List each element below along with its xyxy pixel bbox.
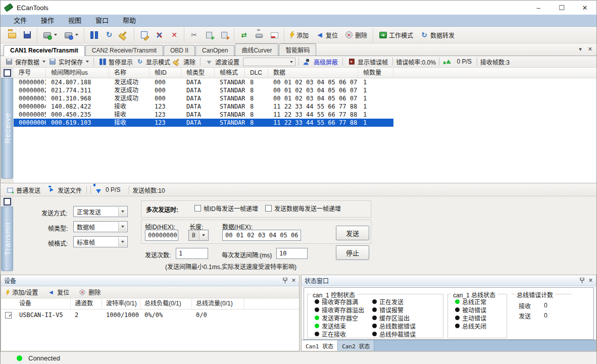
table-row[interactable]: 00000001 024.807.188 发送成功 000 DATA STAND… bbox=[14, 78, 393, 86]
table-row[interactable]: 00000002 021.774.311 发送成功 000 DATA STAND… bbox=[14, 86, 393, 94]
save-data-button[interactable]: 保存数据 bbox=[4, 57, 47, 67]
col-interval[interactable]: 帧间隔时间us bbox=[46, 68, 109, 78]
refresh-button[interactable]: ↻ bbox=[104, 30, 115, 40]
close-icon[interactable]: ✕ bbox=[588, 277, 593, 284]
inc-data-option[interactable]: 发送数据每发送一帧递增 bbox=[265, 204, 341, 213]
frame-type-select[interactable]: 数据帧 bbox=[73, 221, 128, 232]
col-seq[interactable]: 序号 bbox=[14, 68, 46, 78]
col-id[interactable]: 帧ID bbox=[150, 68, 181, 78]
col-data[interactable]: 数据 bbox=[268, 68, 358, 78]
interval-input[interactable]: 10 bbox=[276, 248, 308, 259]
exchange-button[interactable]: ⇄ bbox=[238, 30, 250, 40]
pause-button[interactable] bbox=[88, 30, 100, 40]
pin-icon[interactable] bbox=[283, 278, 287, 283]
menu-help[interactable]: 帮助 bbox=[116, 15, 143, 26]
filter-combo[interactable] bbox=[243, 58, 295, 66]
select-all-checkbox[interactable] bbox=[4, 69, 11, 77]
delete-device-button[interactable]: ✕ 删除 bbox=[343, 30, 369, 40]
clear-button[interactable] bbox=[119, 30, 130, 40]
transmit-checkbox[interactable] bbox=[4, 198, 11, 205]
show-error-frames-button[interactable]: ▸显示错误帧 bbox=[346, 57, 389, 67]
menu-view[interactable]: 视图 bbox=[61, 15, 88, 26]
length-select[interactable]: 8 bbox=[188, 230, 209, 241]
device-reset-button[interactable]: ◀ 复位 bbox=[45, 287, 71, 297]
col-channels[interactable]: 通道数 bbox=[71, 298, 102, 309]
save-file-button[interactable] bbox=[22, 30, 33, 40]
paste-frame-button[interactable] bbox=[219, 30, 230, 40]
send-mode-select[interactable]: 正常发送 bbox=[73, 206, 128, 217]
col-count[interactable]: 帧数量 bbox=[358, 68, 393, 78]
maximize-button[interactable]: ☐ bbox=[550, 1, 573, 15]
send-file-button[interactable]: 发送文件 bbox=[46, 185, 83, 195]
frame-format-select[interactable]: 标准帧 bbox=[73, 236, 128, 247]
checkbox-icon[interactable] bbox=[194, 205, 201, 212]
add-device-button[interactable]: 添加 bbox=[288, 30, 310, 40]
card-button[interactable] bbox=[269, 30, 280, 40]
cut-button[interactable]: ✂ bbox=[188, 30, 200, 40]
stop-button[interactable]: 停止 bbox=[336, 245, 369, 260]
folder-open-icon bbox=[8, 33, 16, 38]
open-file-button[interactable] bbox=[7, 30, 18, 40]
menu-operate[interactable]: 操作 bbox=[34, 15, 61, 26]
realtime-save-button[interactable]: 实时保存 bbox=[47, 57, 90, 67]
col-name[interactable]: 名称 bbox=[109, 68, 150, 78]
transmit-side-tab[interactable]: Transmit bbox=[1, 206, 13, 271]
col-format[interactable]: 帧格式 bbox=[215, 68, 245, 78]
minimize-button[interactable]: – bbox=[527, 1, 550, 15]
work-mode-button[interactable]: ➔ 工作模式 bbox=[377, 30, 415, 40]
status-led-item: 接收寄存器溢出 bbox=[315, 305, 364, 314]
usb-button[interactable] bbox=[254, 30, 265, 40]
pause-display-button[interactable]: 暂停显示 bbox=[97, 57, 134, 67]
device-delete-button[interactable]: ✕ 删除 bbox=[77, 287, 102, 297]
main-tab[interactable]: CAN2 Receive/Transmit bbox=[85, 45, 163, 56]
can-status-tab[interactable]: Can2 状态 bbox=[338, 340, 374, 351]
device-checkbox[interactable]: ✓ bbox=[5, 312, 12, 319]
frame-id-input[interactable]: 00000000 bbox=[145, 230, 178, 241]
advanced-mask-button[interactable]: 高级屏蔽 bbox=[302, 57, 339, 67]
device-add-button[interactable]: 添加/设置 bbox=[4, 287, 39, 297]
send-count-input[interactable]: 1 bbox=[176, 248, 208, 259]
table-row[interactable]: 00000004 140.082.422 接收 123 DATA STANDAR… bbox=[14, 102, 393, 111]
data-input[interactable]: 00 01 02 03 04 05 06 07 bbox=[222, 230, 301, 241]
col-flow[interactable]: 总线流量(0/1) bbox=[192, 298, 244, 309]
inc-frame-id-option[interactable]: 帧ID每发送一帧递增 bbox=[194, 204, 258, 213]
disconnect-device-button[interactable] bbox=[63, 30, 80, 40]
send-button[interactable]: 发送 bbox=[336, 226, 369, 240]
close-icon[interactable]: ✕ bbox=[291, 277, 296, 284]
col-baud[interactable]: 波特率(0/1) bbox=[102, 298, 140, 309]
main-tab[interactable]: 智能解码 bbox=[279, 43, 316, 56]
delete-frame-button[interactable]: ✕ bbox=[169, 30, 180, 40]
normal-send-button[interactable]: 普通发送 bbox=[5, 185, 42, 195]
clear-list-button[interactable]: 清除 bbox=[172, 57, 197, 67]
menu-file[interactable]: 文件 bbox=[7, 15, 34, 26]
can-status-tab[interactable]: Can1 状态 bbox=[302, 340, 338, 351]
col-device[interactable]: 设备 bbox=[15, 298, 71, 309]
main-tab[interactable]: OBD II bbox=[164, 45, 195, 56]
col-load[interactable]: 总线负载(0/1) bbox=[140, 298, 192, 309]
filter-settings-button[interactable]: 滤波设置 bbox=[204, 57, 241, 67]
tab-close-icon[interactable]: ✕ bbox=[588, 46, 592, 53]
data-forward-button[interactable]: ↻ 数据转发 bbox=[419, 30, 456, 40]
device-row[interactable]: ✓ USBCAN-II-V5 2 1000/1000 0%/0% 0/0 bbox=[1, 309, 299, 321]
col-type[interactable]: 帧类型 bbox=[181, 68, 215, 78]
tools-button[interactable] bbox=[154, 30, 165, 40]
edit-frame-button[interactable] bbox=[138, 30, 150, 40]
main-tab[interactable]: 曲线Curver bbox=[235, 43, 278, 56]
send-note: (发送间隔最小0.1ms,实际发送速度受波特率影响) bbox=[165, 262, 296, 271]
main-tab[interactable]: CanOpen bbox=[195, 45, 234, 56]
reset-device-button[interactable]: ◀ 复位 bbox=[314, 30, 339, 40]
table-row[interactable]: 00000006 000.619.103 接收 123 DATA STANDAR… bbox=[14, 119, 393, 127]
receive-side-tab[interactable]: Receive bbox=[1, 78, 13, 179]
tab-overflow-icon[interactable]: ▾ bbox=[579, 46, 582, 53]
connect-device-button[interactable] bbox=[41, 30, 59, 40]
pin-icon[interactable] bbox=[580, 278, 584, 283]
close-button[interactable]: ✕ bbox=[573, 1, 596, 15]
table-row[interactable]: 00000003 001.310.968 发送成功 000 DATA STAND… bbox=[14, 94, 393, 102]
checkbox-icon[interactable] bbox=[265, 205, 272, 212]
main-tab[interactable]: CAN1 Receive/Transmit bbox=[4, 45, 85, 56]
table-row[interactable]: 00000005 000.450.235 接收 123 DATA STANDAR… bbox=[14, 111, 393, 119]
menu-window[interactable]: 窗口 bbox=[88, 15, 116, 26]
col-dlc[interactable]: DLC bbox=[245, 68, 268, 78]
copy-frame-button[interactable] bbox=[204, 30, 215, 40]
display-mode-button[interactable]: ↻显示模式 bbox=[134, 57, 172, 67]
